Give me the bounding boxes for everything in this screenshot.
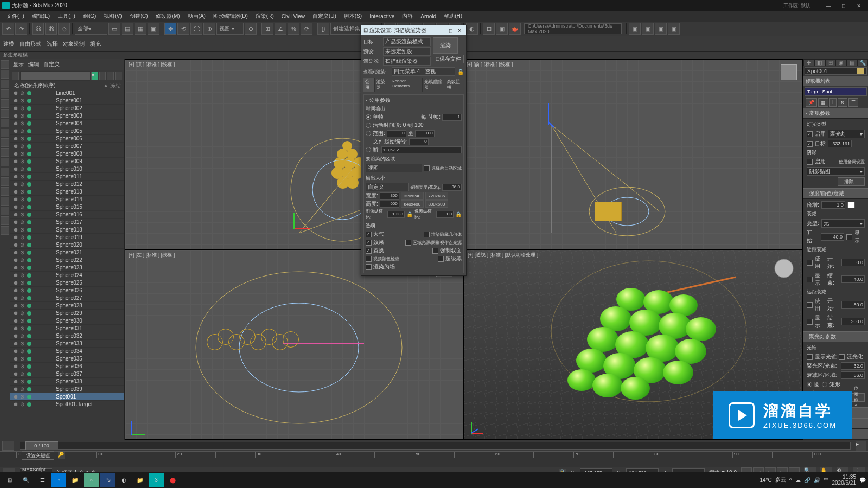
opt-displace[interactable] [366, 248, 372, 254]
outliner-item[interactable]: ⏺⊘Sphere012 [10, 181, 124, 188]
menu-file[interactable]: 文件(F) [3, 11, 28, 21]
viewcube[interactable] [781, 64, 797, 80]
range-end[interactable]: 100 [415, 130, 435, 137]
minimize-button[interactable]: — [821, 1, 835, 10]
outliner-item[interactable]: ⏺⊘Sphere007 [10, 143, 124, 150]
light-enable-checkbox[interactable] [807, 131, 813, 137]
width-spinner[interactable]: 800 [380, 192, 399, 200]
render-close-button[interactable]: ✕ [455, 28, 464, 34]
far-end-spinner[interactable]: 200.0 [841, 318, 865, 325]
taskbar-app-2[interactable]: 📁 [67, 473, 82, 487]
output-size-dropdown[interactable]: 自定义 [366, 183, 409, 191]
opt-fields[interactable] [366, 264, 372, 270]
mod-pin-button[interactable]: 📌 [806, 98, 817, 107]
tray-net-icon[interactable]: 🔗 [804, 477, 810, 483]
menu-animation[interactable]: 动画(A) [184, 11, 209, 21]
rollout-spotlight[interactable]: - 聚光灯参数 [803, 331, 868, 342]
placement-button[interactable]: ⊕ [203, 23, 215, 35]
shape-circle-radio[interactable] [807, 382, 812, 387]
target-checkbox[interactable] [807, 141, 813, 147]
outliner-item[interactable]: ⏺⊘Sphere013 [10, 188, 124, 196]
viewport-left[interactable]: [+] [左 ] [标准 ] [线框 ] [125, 249, 464, 440]
overshoot-checkbox[interactable] [839, 354, 845, 360]
lt-1[interactable] [1, 80, 9, 88]
cmd-tab-hierarchy[interactable]: ⊞ [825, 59, 836, 66]
frames-input[interactable] [381, 146, 462, 153]
outliner-item[interactable]: ⏺⊘Sphere035 [10, 355, 124, 363]
outliner-item[interactable]: ⏺⊘Sphere029 [10, 310, 124, 317]
outliner-item[interactable]: ⏺⊘Sphere023 [10, 264, 124, 272]
shadow-enable-checkbox[interactable] [807, 159, 813, 165]
outliner-tool-1[interactable] [12, 72, 19, 80]
lt-layer-icon[interactable] [1, 70, 9, 79]
lt-select-icon[interactable] [1, 60, 9, 69]
select-region-button[interactable]: ▦ [135, 23, 146, 35]
outliner-item[interactable]: ⏺⊘Sphere021 [10, 249, 124, 256]
decay-start-spinner[interactable]: 40.0 [821, 233, 844, 241]
lt-3[interactable] [1, 99, 9, 108]
img-aspect-spinner[interactable]: 1.333 [387, 211, 405, 218]
angle-snap-button[interactable]: ∠ [275, 23, 286, 35]
render-button-dialog[interactable]: 渲染 [433, 37, 458, 54]
menu-interactive[interactable]: Interactive [366, 12, 398, 21]
time-single-radio[interactable] [366, 114, 371, 120]
opt-arealight[interactable] [405, 240, 411, 246]
taskbar-3dsmax[interactable]: 3 [149, 473, 164, 487]
shape-rect-radio[interactable] [822, 382, 827, 387]
outliner-list[interactable]: ⏺⊘Line001⏺⊘Sphere001⏺⊘Sphere002⏺⊘Sphere0… [10, 89, 124, 440]
snap-toggle-button[interactable]: ⊞ [261, 23, 273, 35]
outliner-item[interactable]: ⏺⊘Sphere038 [10, 378, 124, 386]
outliner-item[interactable]: ⏺⊘Sphere030 [10, 317, 124, 325]
menu-render[interactable]: 渲染(R) [252, 11, 277, 21]
material-editor-button[interactable]: ◐ [466, 23, 478, 35]
outliner-item[interactable]: ⏺⊘Spot001.Target [10, 401, 124, 408]
menu-modifiers[interactable]: 修改器(M) [152, 11, 183, 21]
ribbon-tab-populate[interactable]: 填充 [90, 40, 101, 48]
outliner-item[interactable]: ⏺⊘Sphere004 [10, 120, 124, 127]
outliner-item[interactable]: ⏺⊘Sphere016 [10, 211, 124, 219]
workspace-label[interactable]: 工作区: 默认 [783, 2, 810, 9]
opt-twoside[interactable] [432, 248, 438, 254]
render-view-dropdown[interactable]: 四元菜单 4 - 透视 [392, 67, 455, 76]
outliner-search-input[interactable] [20, 71, 90, 81]
outliner-item[interactable]: ⏺⊘Sphere011 [10, 173, 124, 181]
far-use-checkbox[interactable] [807, 302, 813, 308]
taskbar-app-6[interactable]: 📁 [132, 473, 148, 487]
taskbar-app-1[interactable]: ○ [51, 473, 66, 487]
rollout-intensity[interactable]: - 强度/颜色/衰减 [803, 188, 868, 199]
link-button[interactable]: ⛓ [32, 23, 44, 35]
close-button[interactable]: ✕ [852, 1, 866, 10]
render-area-dropdown[interactable]: 视图 [366, 164, 422, 172]
menu-create[interactable]: 创建(C) [126, 11, 151, 21]
bitmap-fit-button[interactable]: 位图拟合... [851, 393, 865, 402]
outliner-item[interactable]: ⏺⊘Line001 [10, 89, 124, 97]
tray-up-icon[interactable]: ^ [789, 477, 792, 483]
menu-tools[interactable]: 工具(T) [54, 11, 79, 21]
tray-vol-icon[interactable]: 🔊 [814, 477, 820, 483]
auto-region-checkbox[interactable] [424, 165, 430, 171]
set-key-button[interactable]: 设置关键点 [22, 451, 54, 460]
coord-system-dropdown[interactable]: 视图 ▾ [216, 23, 244, 35]
multiplier-spinner[interactable]: 1.0 [821, 201, 845, 209]
lt-7[interactable] [1, 138, 9, 147]
outliner-item[interactable]: ⏺⊘Sphere025 [10, 279, 124, 287]
outliner-tool-4[interactable] [107, 72, 114, 80]
outliner-item[interactable]: ⏺⊘Sphere039 [10, 386, 124, 393]
cmd-tab-modify[interactable]: ◧ [814, 59, 825, 66]
outliner-item[interactable]: ⏺⊘Sphere019 [10, 234, 124, 241]
lt-funnel-icon[interactable] [1, 226, 9, 235]
tray-time[interactable]: 11:35 [832, 474, 857, 480]
mod-remove-button[interactable]: ✕ [838, 98, 847, 107]
height-spinner[interactable]: 600 [380, 201, 399, 208]
far-start-spinner[interactable]: 80.0 [841, 301, 865, 309]
mod-unique-button[interactable]: ⅰ [829, 98, 837, 107]
outliner-item[interactable]: ⏺⊘Sphere017 [10, 219, 124, 226]
aperture-spinner[interactable]: 36.0 [442, 184, 462, 191]
select-button[interactable]: ▭ [108, 23, 120, 35]
modifier-stack[interactable]: Target Spot [805, 87, 867, 96]
named-sel-button[interactable]: {} [317, 23, 329, 35]
window-crossing-button[interactable]: ▣ [148, 23, 159, 35]
opt-effects[interactable] [366, 240, 372, 246]
render-tab-advlight[interactable]: 高级照明 [445, 78, 464, 92]
bind-button[interactable]: ◇ [58, 23, 70, 35]
